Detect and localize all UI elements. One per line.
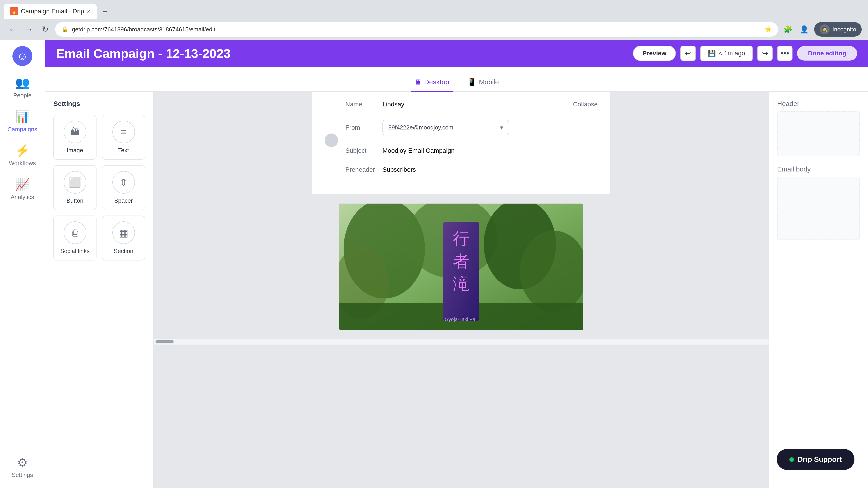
subject-label: Subject — [345, 147, 377, 154]
tool-text-label: Text — [118, 147, 129, 154]
spacer-icon: ⇕ — [112, 171, 135, 194]
header-actions: Preview ↩ 💾 < 1m ago ↪ ••• Done editing — [633, 46, 857, 61]
save-button[interactable]: 💾 < 1m ago — [700, 46, 753, 61]
subject-value: Moodjoy Email Campaign — [382, 147, 455, 154]
refresh-button[interactable]: ↻ — [39, 23, 52, 36]
social-links-icon: ⎙ — [64, 221, 86, 244]
scroll-thumb[interactable] — [156, 340, 174, 344]
right-panel-body-section: Email body — [777, 165, 860, 240]
main-content: Email Campaign - 12-13-2023 Preview ↩ 💾 … — [45, 40, 868, 488]
editor-area: Settings 🏔 Image ≡ Text ⬜ Button — [45, 92, 868, 488]
preheader-label: Preheader — [345, 166, 377, 173]
save-icon: 💾 — [708, 50, 716, 57]
settings-name-row: Name Lindsay Collapse — [345, 101, 598, 108]
preview-button[interactable]: Preview — [633, 46, 676, 61]
done-editing-button[interactable]: Done editing — [797, 46, 857, 61]
svg-text:者: 者 — [453, 252, 469, 270]
from-label: From — [345, 124, 377, 131]
sidebar-item-settings[interactable]: ⚙ Settings — [0, 451, 45, 483]
more-button[interactable]: ••• — [777, 46, 793, 61]
header-placeholder — [777, 111, 860, 156]
sidebar-item-analytics[interactable]: 📈 Analytics — [0, 173, 45, 205]
tool-button[interactable]: ⬜ Button — [53, 165, 96, 210]
tab-mobile-label: Mobile — [479, 78, 499, 86]
tool-button-label: Button — [66, 197, 84, 204]
tool-spacer[interactable]: ⇕ Spacer — [102, 165, 145, 210]
collapse-button[interactable]: Collapse — [573, 101, 598, 108]
section-icon: ▦ — [112, 221, 135, 244]
browser-controls: ← → ↻ 🔒 getdrip.com/7641396/broadcasts/3… — [0, 19, 868, 40]
from-dropdown[interactable]: 89f4222e@moodjoy.com ▾ — [382, 120, 509, 135]
name-value: Lindsay — [382, 101, 404, 108]
settings-preheader-row: Preheader Subscribers — [345, 166, 598, 173]
chevron-down-icon: ▾ — [500, 124, 503, 131]
sidebar-item-workflows[interactable]: ⚡ Workflows — [0, 139, 45, 171]
tool-social-links[interactable]: ⎙ Social links — [53, 216, 96, 260]
profile-button[interactable]: 👤 — [798, 23, 811, 36]
tab-favicon: 🔥 — [10, 7, 18, 15]
right-panel-header-label: Header — [777, 100, 799, 107]
sidebar-label-workflows: Workflows — [9, 160, 36, 167]
svg-text:滝: 滝 — [453, 275, 469, 293]
app-logo[interactable]: ☺ — [12, 46, 32, 66]
tool-image[interactable]: 🏔 Image — [53, 115, 96, 160]
tool-social-label: Social links — [60, 248, 90, 255]
tab-close-button[interactable]: × — [87, 8, 90, 15]
button-icon: ⬜ — [64, 171, 86, 194]
settings-subject-row: Subject Moodjoy Email Campaign — [345, 147, 598, 154]
forward-button[interactable]: → — [23, 23, 35, 36]
from-value: 89f4222e@moodjoy.com — [388, 124, 454, 131]
tool-spacer-label: Spacer — [114, 197, 133, 204]
app-container: ☺ 👥 People 📊 Campaigns ⚡ Workflows 📈 Ana… — [0, 40, 868, 488]
tab-desktop[interactable]: 🖥 Desktop — [411, 73, 453, 92]
email-body-area: 行 者 滝 Gyoja-Taki Fall — [154, 195, 769, 339]
tab-mobile[interactable]: 📱 Mobile — [464, 73, 502, 92]
email-canvas[interactable]: Name Lindsay Collapse From 89f4222e@mood… — [154, 92, 769, 488]
horizontal-scrollbar[interactable] — [154, 339, 769, 345]
tools-grid: 🏔 Image ≡ Text ⬜ Button ⇕ Spacer — [53, 115, 145, 260]
mobile-icon: 📱 — [467, 78, 476, 86]
sidebar-label-campaigns: Campaigns — [7, 126, 37, 133]
sidebar-item-people[interactable]: 👥 People — [0, 71, 45, 103]
svg-text:Gyoja-Taki Fall: Gyoja-Taki Fall — [445, 317, 477, 322]
address-bar[interactable]: 🔒 getdrip.com/7641396/broadcasts/3186746… — [55, 22, 778, 37]
tools-section-title: Settings — [53, 100, 145, 107]
svg-text:行: 行 — [453, 230, 469, 248]
page-title: Email Campaign - 12-13-2023 — [56, 46, 230, 61]
sidebar-item-campaigns[interactable]: 📊 Campaigns — [0, 105, 45, 137]
email-image-container: 行 者 滝 Gyoja-Taki Fall — [339, 203, 583, 330]
active-tab[interactable]: 🔥 Campaign Email · Drip × — [4, 4, 97, 19]
incognito-avatar: 🕵 — [819, 24, 830, 34]
address-text: getdrip.com/7641396/broadcasts/318674615… — [72, 26, 761, 33]
body-placeholder — [777, 177, 860, 240]
sidebar-label-settings: Settings — [12, 471, 33, 479]
tab-title: Campaign Email · Drip — [21, 8, 84, 15]
drip-support-label: Drip Support — [798, 455, 842, 464]
save-label: < 1m ago — [719, 50, 745, 57]
tool-text[interactable]: ≡ Text — [102, 115, 145, 160]
email-settings-panel: Name Lindsay Collapse From 89f4222e@mood… — [312, 92, 610, 195]
browser-chrome: 🔥 Campaign Email · Drip × + ← → ↻ 🔒 getd… — [0, 0, 868, 40]
support-status-dot — [789, 457, 794, 462]
settings-icon: ⚙ — [17, 456, 28, 469]
text-icon: ≡ — [112, 121, 135, 143]
tool-section[interactable]: ▦ Section — [102, 216, 145, 260]
incognito-button[interactable]: 🕵 Incognito — [814, 22, 862, 37]
header-bar: Email Campaign - 12-13-2023 Preview ↩ 💾 … — [45, 40, 868, 67]
undo-button[interactable]: ↩ — [680, 46, 696, 61]
workflows-icon: ⚡ — [15, 144, 30, 158]
drip-support-button[interactable]: Drip Support — [777, 449, 855, 470]
tool-image-label: Image — [67, 147, 83, 154]
view-toggle: 🖥 Desktop 📱 Mobile — [45, 67, 868, 92]
right-panel-header-section: Header — [777, 100, 860, 156]
incognito-label: Incognito — [832, 26, 856, 33]
back-button[interactable]: ← — [6, 23, 19, 36]
extensions-button[interactable]: 🧩 — [782, 23, 794, 36]
redo-button[interactable]: ↪ — [757, 46, 773, 61]
new-tab-button[interactable]: + — [98, 5, 111, 18]
campaigns-icon: 📊 — [15, 110, 30, 124]
tools-panel: Settings 🏔 Image ≡ Text ⬜ Button — [45, 92, 154, 488]
preheader-value: Subscribers — [382, 166, 416, 173]
tool-section-label: Section — [114, 248, 133, 255]
image-icon: 🏔 — [64, 121, 86, 143]
